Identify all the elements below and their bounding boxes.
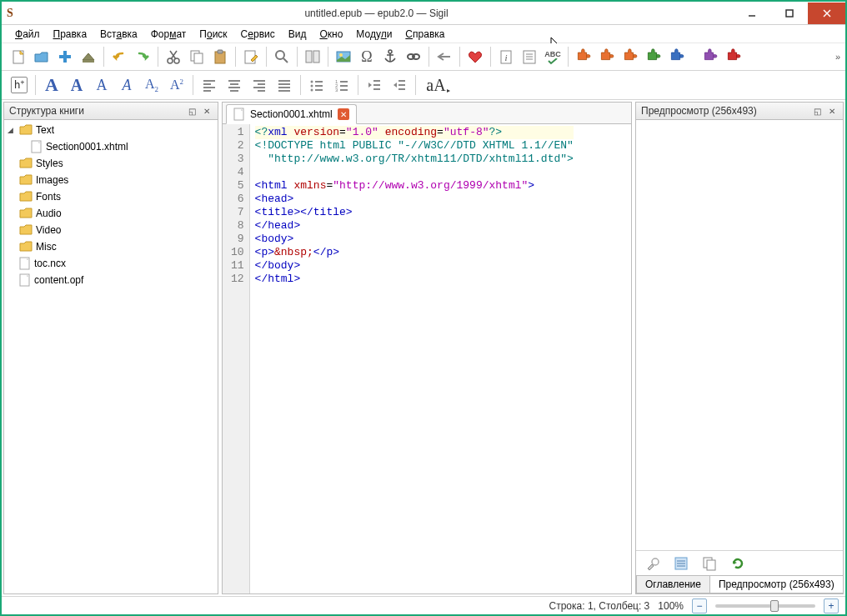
list-bullet-button[interactable] — [304, 73, 329, 98]
tree-folder-misc[interactable]: Misc — [4, 238, 218, 255]
svg-point-26 — [408, 54, 414, 59]
tree-folder-video[interactable]: Video — [4, 222, 218, 238]
add-button[interactable] — [53, 45, 77, 68]
menu-format[interactable]: Формат — [144, 27, 193, 42]
plugin-2[interactable] — [595, 45, 619, 68]
align-center-button[interactable] — [222, 73, 247, 98]
editor-tab[interactable]: Section0001.xhtml ✕ — [226, 104, 357, 124]
h5-button[interactable]: A2 — [139, 73, 164, 98]
close-button[interactable] — [808, 3, 845, 24]
toolbar-overflow[interactable]: » — [835, 52, 840, 62]
menu-view[interactable]: Вид — [282, 27, 313, 42]
h4-button[interactable]: A — [114, 73, 139, 98]
svg-rect-28 — [501, 51, 511, 63]
tree-folder-audio[interactable]: Audio — [4, 205, 218, 222]
tree-file-tocncx[interactable]: toc.ncx — [4, 255, 218, 272]
new-button[interactable] — [7, 45, 30, 68]
refresh-button[interactable] — [726, 552, 749, 575]
plugin-5[interactable] — [665, 45, 689, 68]
copy-preview-button[interactable] — [698, 552, 721, 575]
maximize-button[interactable] — [770, 3, 808, 24]
tree-file-contentopf[interactable]: content.opf — [4, 272, 218, 288]
paste-button[interactable] — [208, 45, 232, 68]
tree-label: Images — [36, 174, 68, 186]
tree-folder-fonts[interactable]: Fonts — [4, 188, 218, 205]
zoom-button[interactable] — [270, 45, 293, 68]
copy-button[interactable] — [185, 45, 208, 68]
h6-button[interactable]: A2 — [164, 73, 189, 98]
special-char-button[interactable]: Ω — [355, 45, 378, 68]
sidebar-close-button[interactable]: ✕ — [201, 105, 213, 117]
back-button[interactable] — [433, 45, 456, 68]
menu-file[interactable]: Файл — [8, 27, 47, 42]
select-button[interactable] — [669, 552, 693, 575]
spellcheck-button[interactable]: ABC — [541, 45, 564, 68]
menu-tools[interactable]: Сервис — [234, 27, 282, 42]
preview-float-button[interactable]: ◱ — [811, 105, 823, 117]
case-button[interactable]: aA▸ — [419, 73, 456, 98]
tab-preview[interactable]: Предпросмотр (256x493) — [709, 576, 844, 593]
preview-close-button[interactable]: ✕ — [826, 105, 838, 117]
image-button[interactable] — [332, 45, 355, 68]
tree-folder-styles[interactable]: Styles — [4, 155, 218, 172]
tab-label: Section0001.xhtml — [250, 108, 333, 120]
plugin-1[interactable] — [572, 45, 595, 68]
redo-button[interactable] — [131, 45, 154, 68]
tree-folder-text[interactable]: ◢ Text — [4, 122, 218, 138]
plugin-6[interactable] — [699, 45, 722, 68]
indent-more-button[interactable] — [387, 73, 412, 98]
zoom-thumb[interactable] — [770, 600, 779, 612]
toc-button[interactable] — [518, 45, 541, 68]
zoom-in-button[interactable]: + — [824, 598, 839, 613]
metadata-button[interactable]: i — [494, 45, 518, 68]
indent-less-button[interactable] — [362, 73, 387, 98]
expand-icon[interactable]: ◢ — [8, 126, 16, 134]
plugin-3[interactable] — [619, 45, 642, 68]
minimize-button[interactable] — [733, 3, 770, 24]
save-button[interactable] — [77, 45, 100, 68]
edit-button[interactable] — [239, 45, 263, 68]
svg-text:2: 2 — [335, 83, 338, 88]
menu-edit[interactable]: Правка — [47, 27, 94, 42]
h2-button[interactable]: A — [64, 73, 89, 98]
preview-title: Предпросмотр (256x493) — [641, 105, 808, 117]
zoom-out-button[interactable]: − — [692, 598, 707, 613]
svg-rect-7 — [83, 60, 94, 63]
code-content[interactable]: <?xml version="1.0" encoding="utf-8"?> <… — [250, 124, 579, 593]
preview-viewport[interactable] — [636, 120, 843, 550]
anchor-button[interactable] — [378, 45, 402, 68]
svg-line-10 — [171, 51, 177, 59]
code-editor[interactable]: 123456789101112 <?xml version="1.0" enco… — [223, 124, 631, 593]
file-icon — [31, 140, 43, 153]
title-bar: S untitled.epub — epub2.0 — Sigil — [2, 2, 845, 25]
menu-plugins[interactable]: Модули — [349, 27, 398, 42]
heading-select[interactable]: h+ — [7, 73, 32, 98]
tree-folder-images[interactable]: Images — [4, 172, 218, 188]
file-tree[interactable]: ◢ Text Section0001.xhtml Styles Images F… — [4, 120, 218, 593]
tab-toc[interactable]: Оглавление — [636, 576, 710, 593]
menu-bar: Файл Правка Вставка Формат Поиск Сервис … — [2, 25, 845, 43]
split-button[interactable] — [301, 45, 324, 68]
tree-file-section[interactable]: Section0001.xhtml — [4, 138, 218, 155]
sidebar-float-button[interactable]: ◱ — [186, 105, 198, 117]
h1-button[interactable]: A — [39, 73, 64, 98]
plugin-4[interactable] — [642, 45, 665, 68]
tab-close-button[interactable]: ✕ — [338, 108, 349, 120]
align-right-button[interactable] — [247, 73, 272, 98]
menu-window[interactable]: Окно — [313, 27, 349, 42]
zoom-slider[interactable] — [715, 604, 815, 608]
open-button[interactable] — [30, 45, 53, 68]
h3-button[interactable]: A — [89, 73, 114, 98]
favorite-button[interactable] — [464, 45, 487, 68]
list-number-button[interactable]: 123 — [329, 73, 354, 98]
align-left-button[interactable] — [197, 73, 222, 98]
plugin-7[interactable] — [722, 45, 745, 68]
link-button[interactable] — [402, 45, 425, 68]
menu-insert[interactable]: Вставка — [93, 27, 144, 42]
menu-help[interactable]: Справка — [398, 27, 451, 42]
align-justify-button[interactable] — [272, 73, 297, 98]
undo-button[interactable] — [108, 45, 131, 68]
cut-button[interactable] — [162, 45, 185, 68]
inspect-button[interactable] — [641, 552, 664, 575]
menu-search[interactable]: Поиск — [193, 27, 233, 42]
